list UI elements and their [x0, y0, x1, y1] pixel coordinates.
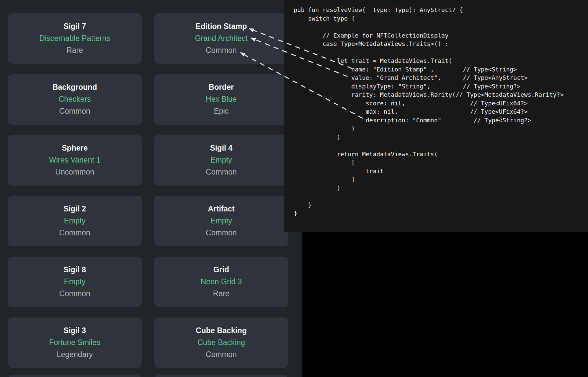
trait-card-sphere[interactable]: SphereWires Varient 1Uncommon: [8, 135, 142, 186]
trait-value: Fortune Smiles: [8, 337, 142, 347]
trait-name: Sigil 8: [8, 265, 142, 275]
code-listing: pub fun resolveView(_ type: Type): AnySt…: [284, 0, 588, 218]
screen: Sigil 7Discernable PatternsRareEdition S…: [0, 0, 588, 377]
trait-card-sigil-7[interactable]: Sigil 7Discernable PatternsRare: [8, 13, 142, 64]
trait-rarity: Common: [154, 45, 288, 55]
trait-card-sigil-4[interactable]: Sigil 4EmptyCommon: [154, 135, 288, 186]
trait-rarity: Rare: [8, 45, 142, 55]
trait-name: Sphere: [8, 143, 142, 153]
trait-rarity: Rare: [154, 289, 288, 299]
trait-rarity: Uncommon: [8, 167, 142, 177]
trait-name: Sigil 7: [8, 21, 142, 31]
trait-value: Checkers: [8, 94, 142, 104]
trait-name: Cube Backing: [154, 325, 288, 335]
trait-value: Empty: [8, 216, 142, 226]
trait-value: Hex Blue: [154, 94, 288, 104]
trait-card-sigil-2[interactable]: Sigil 2EmptyCommon: [8, 196, 142, 246]
trait-value: Empty: [154, 216, 288, 226]
trait-card-edition-stamp[interactable]: Edition StampGrand ArchitectCommon: [154, 13, 288, 64]
code-panel: pub fun resolveView(_ type: Type): AnySt…: [284, 0, 588, 232]
trait-card-grid[interactable]: GridNeon Grid 3Rare: [154, 257, 288, 307]
trait-rarity: Epic: [154, 106, 288, 116]
trait-card-sigil-3[interactable]: Sigil 3Fortune SmilesLegendary: [8, 317, 142, 368]
trait-card-partial[interactable]: [154, 375, 288, 377]
trait-card-sigil-8[interactable]: Sigil 8EmptyCommon: [8, 257, 142, 307]
trait-rarity: Common: [8, 289, 142, 299]
trait-value: Empty: [154, 155, 288, 165]
trait-card-background[interactable]: BackgroundCheckersCommon: [8, 74, 142, 125]
trait-name: Edition Stamp: [154, 21, 288, 31]
trait-name: Artifact: [154, 204, 288, 214]
trait-value: Neon Grid 3: [154, 277, 288, 287]
trait-value: Discernable Patterns: [8, 33, 142, 43]
trait-value: Cube Backing: [154, 337, 288, 347]
trait-rarity: Common: [154, 349, 288, 359]
trait-name: Sigil 2: [8, 204, 142, 214]
trait-rarity: Legendary: [8, 349, 142, 359]
trait-value: Empty: [8, 277, 142, 287]
trait-value: Wires Varient 1: [8, 155, 142, 165]
trait-name: Sigil 4: [154, 143, 288, 153]
trait-rarity: Common: [154, 167, 288, 177]
trait-card-cube-backing[interactable]: Cube BackingCube BackingCommon: [154, 317, 288, 368]
trait-value: Grand Architect: [154, 33, 288, 43]
trait-name: Border: [154, 82, 288, 92]
trait-name: Background: [8, 82, 142, 92]
trait-rarity: Common: [154, 228, 288, 238]
trait-rarity: Common: [8, 228, 142, 238]
trait-card-artifact[interactable]: ArtifactEmptyCommon: [154, 196, 288, 246]
traits-page: Sigil 7Discernable PatternsRareEdition S…: [0, 0, 302, 377]
trait-card-border[interactable]: BorderHex BlueEpic: [154, 74, 288, 125]
trait-card-partial[interactable]: [8, 375, 142, 377]
trait-name: Grid: [154, 265, 288, 275]
trait-name: Sigil 3: [8, 325, 142, 335]
trait-rarity: Common: [8, 106, 142, 116]
